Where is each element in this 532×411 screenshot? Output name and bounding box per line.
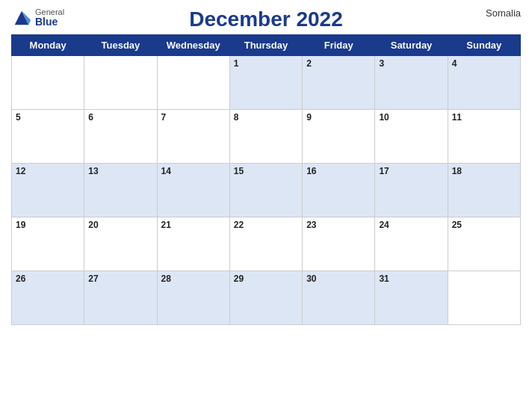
day-number: 8 xyxy=(234,112,239,123)
logo-blue-text: Blue xyxy=(35,16,64,28)
calendar-day-cell: 27 xyxy=(84,271,157,325)
calendar-body: 1234567891011121314151617181920212223242… xyxy=(12,56,521,325)
calendar-day-cell: 9 xyxy=(303,110,375,164)
calendar-week-row: 12131415161718 xyxy=(12,164,521,217)
logo-text: General Blue xyxy=(35,7,64,28)
calendar-day-cell: 18 xyxy=(448,164,520,217)
calendar-day-cell: 11 xyxy=(448,110,520,164)
header-monday: Monday xyxy=(12,35,84,56)
day-number: 28 xyxy=(161,274,171,284)
day-number: 20 xyxy=(88,220,98,230)
day-number: 7 xyxy=(161,112,167,123)
calendar-day-cell: 13 xyxy=(84,164,157,217)
day-number: 21 xyxy=(161,220,171,230)
day-number: 27 xyxy=(88,274,98,284)
calendar-day-cell xyxy=(448,271,520,325)
day-number: 24 xyxy=(379,220,389,230)
calendar-day-cell: 5 xyxy=(12,110,84,164)
logo-area: General Blue xyxy=(11,7,64,28)
country-label: Somalia xyxy=(486,7,521,19)
day-number: 18 xyxy=(452,166,462,176)
day-number: 25 xyxy=(452,220,462,230)
day-number: 31 xyxy=(379,274,389,284)
header-tuesday: Tuesday xyxy=(84,35,157,56)
calendar-day-cell: 26 xyxy=(12,271,84,325)
day-number: 23 xyxy=(306,220,316,230)
calendar-day-cell: 7 xyxy=(157,110,229,164)
calendar-day-cell: 29 xyxy=(229,271,302,325)
calendar-day-cell: 6 xyxy=(84,110,157,164)
day-number: 12 xyxy=(16,166,25,176)
calendar-header-row: Monday Tuesday Wednesday Thursday Friday… xyxy=(12,35,521,56)
calendar-title: December 2022 xyxy=(189,7,342,31)
day-number: 15 xyxy=(234,166,244,176)
calendar-day-cell: 21 xyxy=(157,217,229,271)
day-number: 19 xyxy=(16,220,25,230)
day-number: 6 xyxy=(88,112,93,123)
day-number: 2 xyxy=(306,58,312,69)
day-number: 17 xyxy=(379,166,389,176)
day-number: 26 xyxy=(16,274,25,284)
days-header-row: Monday Tuesday Wednesday Thursday Friday… xyxy=(12,35,521,56)
calendar-day-cell: 2 xyxy=(303,56,375,110)
calendar-day-cell xyxy=(12,56,84,110)
day-number: 22 xyxy=(234,220,244,230)
day-number: 16 xyxy=(306,166,316,176)
calendar-week-row: 19202122232425 xyxy=(12,217,521,271)
calendar-day-cell: 10 xyxy=(375,110,448,164)
calendar-header: General Blue December 2022 Somalia xyxy=(11,7,521,31)
title-area: December 2022 xyxy=(189,7,342,31)
day-number: 9 xyxy=(306,112,312,123)
calendar-day-cell: 22 xyxy=(229,217,302,271)
header-sunday: Sunday xyxy=(448,35,520,56)
calendar-week-row: 567891011 xyxy=(12,110,521,164)
calendar-week-row: 262728293031 xyxy=(12,271,521,325)
header-wednesday: Wednesday xyxy=(157,35,229,56)
day-number: 14 xyxy=(161,166,171,176)
day-number: 11 xyxy=(452,112,462,123)
day-number: 3 xyxy=(379,58,384,69)
calendar-day-cell: 14 xyxy=(157,164,229,217)
day-number: 5 xyxy=(16,112,21,123)
calendar-day-cell: 3 xyxy=(375,56,448,110)
calendar-day-cell: 23 xyxy=(303,217,375,271)
calendar-day-cell: 31 xyxy=(375,271,448,325)
calendar-grid: Monday Tuesday Wednesday Thursday Friday… xyxy=(11,34,521,325)
calendar-day-cell: 4 xyxy=(448,56,520,110)
day-number: 10 xyxy=(379,112,389,123)
calendar-day-cell: 19 xyxy=(12,217,84,271)
day-number: 30 xyxy=(306,274,316,284)
header-thursday: Thursday xyxy=(229,35,302,56)
calendar-week-row: 1234 xyxy=(12,56,521,110)
day-number: 13 xyxy=(88,166,98,176)
header-friday: Friday xyxy=(303,35,375,56)
calendar-day-cell xyxy=(157,56,229,110)
calendar-day-cell xyxy=(84,56,157,110)
calendar-day-cell: 30 xyxy=(303,271,375,325)
calendar-day-cell: 28 xyxy=(157,271,229,325)
logo-icon xyxy=(11,7,32,28)
calendar-day-cell: 17 xyxy=(375,164,448,217)
calendar-day-cell: 25 xyxy=(448,217,520,271)
calendar-day-cell: 16 xyxy=(303,164,375,217)
day-number: 1 xyxy=(234,58,239,69)
day-number: 4 xyxy=(452,58,457,69)
calendar-day-cell: 15 xyxy=(229,164,302,217)
calendar-day-cell: 12 xyxy=(12,164,84,217)
calendar-day-cell: 8 xyxy=(229,110,302,164)
calendar-day-cell: 1 xyxy=(229,56,302,110)
calendar-day-cell: 24 xyxy=(375,217,448,271)
header-saturday: Saturday xyxy=(375,35,448,56)
day-number: 29 xyxy=(234,274,244,284)
calendar-day-cell: 20 xyxy=(84,217,157,271)
calendar-wrapper: General Blue December 2022 Somalia Monda… xyxy=(0,0,532,411)
